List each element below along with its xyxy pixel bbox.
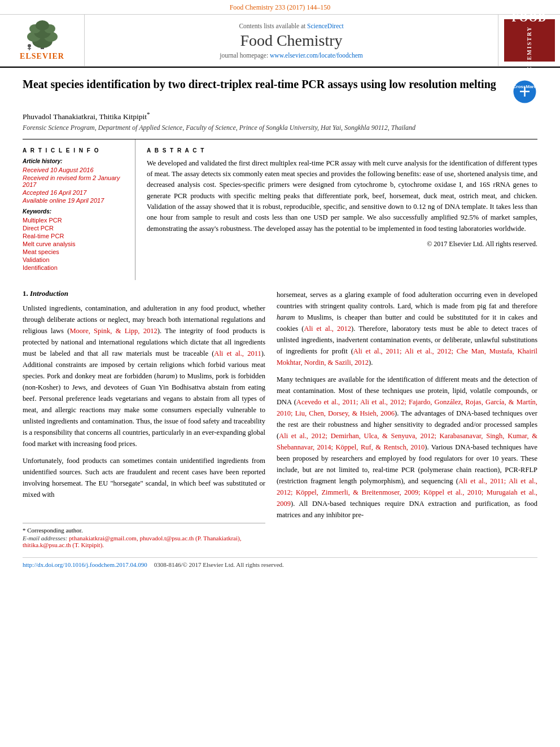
- bottom-bar: http://dx.doi.org/10.1016/j.foodchem.201…: [23, 557, 537, 571]
- keyword-1: Multiplex PCR: [23, 217, 126, 224]
- right-paragraph-2: Many techniques are available for the id…: [277, 374, 537, 521]
- accepted-date: Accepted 16 April 2017: [23, 189, 126, 196]
- svg-point-7: [36, 20, 49, 30]
- journal-title-area: Contents lists available at ScienceDirec…: [85, 15, 498, 66]
- intro-paragraph-1: Unlisted ingredients, contamination, and…: [23, 303, 265, 449]
- science-direct-line: Contents lists available at ScienceDirec…: [239, 23, 343, 29]
- journal-homepage-link[interactable]: www.elsevier.com/locate/foodchem: [270, 52, 363, 59]
- revised-date: Received in revised form 2 January 2017: [23, 174, 126, 188]
- footnotes-area: * Corresponding author. E-mail addresses…: [23, 523, 265, 548]
- fc-logo-chemistry: CHEMISTRY: [526, 26, 533, 71]
- author-2: Thitika Kitpipit*: [99, 112, 150, 121]
- svg-point-8: [28, 44, 31, 47]
- abstract-title: A B S T R A C T: [147, 147, 537, 154]
- article-history-title: Article history:: [23, 158, 126, 164]
- science-direct-link[interactable]: ScienceDirect: [307, 23, 344, 29]
- right-paragraph-1: horsemeat, serves as a glaring example o…: [277, 289, 537, 368]
- article-title: Meat species identification by two direc…: [23, 77, 512, 92]
- keyword-6: Validation: [23, 256, 126, 263]
- article-info-abstract-section: A R T I C L E I N F O Article history: R…: [23, 139, 537, 280]
- fc-logo-box: FOOD CHEMISTRY: [504, 19, 555, 62]
- affiliation-line: Forensic Science Program, Department of …: [0, 124, 560, 139]
- footnote-star: * Corresponding author.: [23, 527, 265, 534]
- issn-text: 0308-8146/© 2017 Elsevier Ltd. All right…: [154, 561, 284, 568]
- bottom-bar-links: http://dx.doi.org/10.1016/j.foodchem.201…: [23, 561, 537, 568]
- keyword-2: Direct PCR: [23, 225, 126, 231]
- author-1: Phuvadol Thanakiatkrai,: [23, 112, 99, 121]
- main-content: 1. Introduction Unlisted ingredients, co…: [0, 280, 560, 548]
- main-right-column: horsemeat, serves as a glaring example o…: [277, 289, 537, 548]
- journal-header: ELSEVIER Contents lists available at Sci…: [0, 14, 560, 67]
- copyright-line: © 2017 Elsevier Ltd. All rights reserved…: [147, 240, 537, 248]
- elsevier-logo-area: ELSEVIER: [0, 15, 85, 66]
- journal-citation-text: Food Chemistry 233 (2017) 144–150: [230, 3, 331, 11]
- footnote-email: E-mail addresses: pthanakiatkrai@gmail.c…: [23, 535, 265, 548]
- doi-link[interactable]: http://dx.doi.org/10.1016/j.foodchem.201…: [23, 561, 147, 568]
- fc-logo-area: FOOD CHEMISTRY: [498, 15, 560, 66]
- keyword-5: Meat species: [23, 248, 126, 255]
- fc-logo-food: FOOD: [512, 10, 547, 25]
- abstract-text: We developed and validated the first dir…: [147, 158, 537, 235]
- article-info-column: A R T I C L E I N F O Article history: R…: [23, 139, 135, 280]
- available-date: Available online 19 April 2017: [23, 197, 126, 204]
- article-title-area: Meat species identification by two direc…: [0, 68, 560, 110]
- crossmark-badge-icon[interactable]: CrossMark: [512, 79, 537, 104]
- keyword-3: Real-time PCR: [23, 233, 126, 239]
- main-left-column: 1. Introduction Unlisted ingredients, co…: [23, 289, 265, 548]
- journal-title-main: Food Chemistry: [240, 32, 342, 50]
- abstract-column: A B S T R A C T We developed and validat…: [135, 139, 537, 280]
- journal-citation-bar: Food Chemistry 233 (2017) 144–150: [0, 0, 560, 14]
- intro-paragraph-2: Unfortunately, food products can sometim…: [23, 455, 265, 500]
- intro-heading: 1. Introduction: [23, 289, 265, 298]
- elsevier-logo: ELSEVIER: [20, 20, 64, 61]
- keywords-title: Keywords:: [23, 208, 126, 215]
- keyword-7: Identification: [23, 264, 126, 271]
- article-info-title: A R T I C L E I N F O: [23, 147, 126, 154]
- journal-homepage-line: journal homepage: www.elsevier.com/locat…: [220, 52, 362, 59]
- received-date: Received 10 August 2016: [23, 167, 126, 173]
- elsevier-wordmark: ELSEVIER: [20, 52, 64, 61]
- elsevier-tree-icon: [23, 20, 62, 51]
- keyword-4: Melt curve analysis: [23, 241, 126, 247]
- authors-line: Phuvadol Thanakiatkrai, Thitika Kitpipit…: [0, 110, 560, 124]
